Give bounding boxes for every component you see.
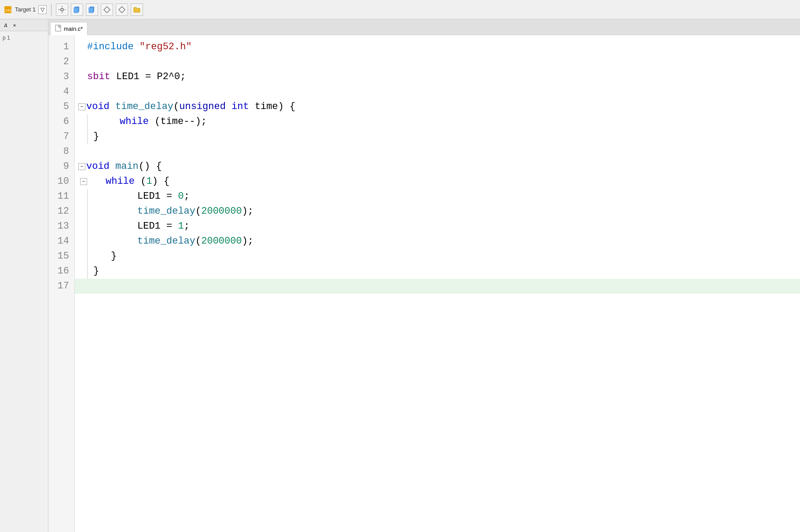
tab-file-icon xyxy=(55,25,61,33)
line-num-3: 3 xyxy=(48,69,74,84)
code-line-12: time_delay ( 2000000 ); xyxy=(75,204,800,219)
toolbar-divider-1 xyxy=(51,4,51,16)
line-num-2: 2 xyxy=(48,55,74,69)
line-num-15: 15 xyxy=(48,249,74,264)
code-line-16: } xyxy=(75,264,800,279)
svg-text:LOAD: LOAD xyxy=(4,9,12,12)
line-num-16: 16 xyxy=(48,264,74,279)
time-delay-call-1: time_delay xyxy=(137,204,195,219)
include-string: "reg52.h" xyxy=(139,40,192,55)
project-label: p 1 xyxy=(0,31,48,44)
func-time-delay: time_delay xyxy=(115,99,173,114)
svg-marker-7 xyxy=(104,7,110,13)
line-num-13: 13 xyxy=(48,219,74,234)
unsigned-keyword: unsigned xyxy=(179,99,226,114)
while-keyword-2: while xyxy=(106,174,135,189)
fold-marker-9[interactable]: − xyxy=(78,163,85,170)
delay-value-1: 2000000 xyxy=(201,204,242,219)
toolbar-logo: LOAD xyxy=(4,5,12,14)
time-delay-call-2: time_delay xyxy=(137,234,195,249)
code-line-1: #include "reg52.h" xyxy=(75,40,800,55)
line-num-12: 12 xyxy=(48,204,74,219)
pin-button[interactable]: д xyxy=(2,21,10,29)
while-keyword-1: while xyxy=(120,114,149,129)
line-num-17: 17 xyxy=(48,279,74,294)
svg-rect-6 xyxy=(89,7,93,13)
toolbar: LOAD Target 1 ▽ xyxy=(0,0,800,19)
func-main: main xyxy=(115,159,139,174)
svg-rect-4 xyxy=(74,7,78,13)
tab-main-c[interactable]: main.c* xyxy=(50,22,88,35)
code-line-11: LED1 = 0 ; xyxy=(75,189,800,204)
line-num-9: 9 xyxy=(48,159,74,174)
svg-rect-9 xyxy=(55,25,61,31)
toolbar-target-label: Target 1 xyxy=(15,6,36,13)
code-line-2 xyxy=(75,55,800,69)
load-icon: LOAD xyxy=(4,5,12,14)
line-num-1: 1 xyxy=(48,40,74,55)
one-value: 1 xyxy=(178,219,183,234)
code-line-17[interactable] xyxy=(75,279,800,294)
code-line-9: − void main () { xyxy=(75,159,800,174)
tab-bar: main.c* xyxy=(48,19,800,35)
toolbar-btn-settings[interactable] xyxy=(56,4,68,16)
code-line-8 xyxy=(75,144,800,159)
include-keyword: #include xyxy=(87,40,134,55)
toolbar-btn-copy1[interactable] xyxy=(71,4,83,16)
code-editor[interactable]: 1 2 3 4 5 6 7 8 9 10 11 12 13 14 15 16 1… xyxy=(48,35,800,532)
code-line-7: } xyxy=(75,129,800,144)
line-num-8: 8 xyxy=(48,144,74,159)
line-num-11: 11 xyxy=(48,189,74,204)
line-num-6: 6 xyxy=(48,114,74,129)
target-name: Target 1 xyxy=(15,6,36,13)
sbit-keyword: sbit xyxy=(87,69,110,84)
left-panel-icons: д ✕ xyxy=(0,19,48,31)
code-line-10: − while ( 1 ) { xyxy=(75,174,800,189)
void-keyword-1: void xyxy=(86,99,110,114)
while-number: 1 xyxy=(146,174,152,189)
toolbar-btn-diamond2[interactable] xyxy=(116,4,128,16)
code-content: #include "reg52.h" sbit LED1 = P2^0; − xyxy=(75,35,800,532)
code-line-15: } xyxy=(75,249,800,264)
code-line-13: LED1 = 1 ; xyxy=(75,219,800,234)
target-dropdown[interactable]: ▽ xyxy=(38,5,47,14)
main-container: д ✕ p 1 main.c* 1 xyxy=(0,19,800,532)
line-num-4: 4 xyxy=(48,84,74,99)
left-panel: д ✕ p 1 xyxy=(0,19,48,532)
code-line-3: sbit LED1 = P2^0; xyxy=(75,69,800,84)
toolbar-btn-folder[interactable] xyxy=(131,4,143,16)
void-keyword-2: void xyxy=(86,159,110,174)
tab-label: main.c* xyxy=(64,26,83,32)
toolbar-btn-copy2[interactable] xyxy=(86,4,98,16)
close-panel-button[interactable]: ✕ xyxy=(11,21,18,29)
zero-value: 0 xyxy=(178,189,183,204)
delay-value-2: 2000000 xyxy=(201,234,242,249)
fold-marker-5[interactable]: − xyxy=(78,103,85,110)
code-line-14: time_delay ( 2000000 ); xyxy=(75,234,800,249)
code-line-5: − void time_delay ( unsigned int time) { xyxy=(75,99,800,114)
line-num-10: 10 xyxy=(48,174,74,189)
line-num-14: 14 xyxy=(48,234,74,249)
editor-area: main.c* 1 2 3 4 5 6 7 8 9 10 11 12 13 14… xyxy=(48,19,800,532)
line-num-5: 5 xyxy=(48,99,74,114)
code-line-4 xyxy=(75,84,800,99)
line-numbers: 1 2 3 4 5 6 7 8 9 10 11 12 13 14 15 16 1… xyxy=(48,35,75,532)
line-num-7: 7 xyxy=(48,129,74,144)
svg-marker-8 xyxy=(119,7,125,13)
toolbar-btn-diamond1[interactable] xyxy=(101,4,113,16)
fold-marker-10[interactable]: − xyxy=(80,178,87,185)
code-line-6: while (time--); xyxy=(75,114,800,129)
svg-point-2 xyxy=(61,8,63,11)
int-keyword: int xyxy=(231,99,249,114)
